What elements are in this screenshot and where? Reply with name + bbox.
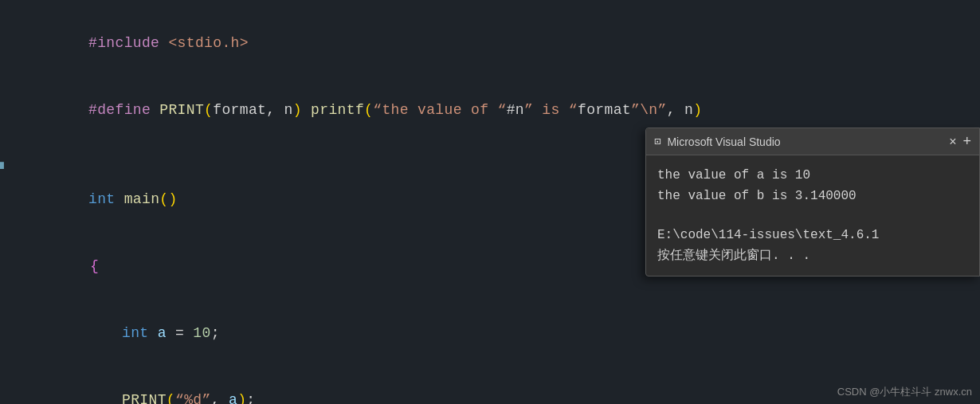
preprocessor-hash: #include (88, 35, 168, 51)
code-editor: #include <stdio.h> #define PRINT(format,… (0, 0, 980, 404)
code-line-1: #include <stdio.h> (0, 10, 980, 76)
terminal-title-bar: ⊡ Microsoft Visual Studio × + (646, 128, 979, 155)
terminal-body: the value of a is 10 the value of b is 3… (646, 155, 979, 276)
terminal-path: E:\code\114-issues\text_4.6.1 (657, 226, 968, 246)
watermark: CSDN @小牛柱斗斗 znwx.cn (837, 385, 972, 399)
fold-icon[interactable]: ∎ (0, 155, 5, 177)
terminal-popup: ⊡ Microsoft Visual Studio × + the value … (645, 127, 980, 277)
code-line-6: int a = 10; (0, 300, 980, 367)
include-header: <stdio.h> (168, 35, 248, 51)
terminal-output-line2: the value of b is 3.140000 (657, 186, 968, 206)
terminal-icon: ⊡ (654, 135, 661, 148)
terminal-add-button[interactable]: + (962, 133, 971, 150)
terminal-output-line1: the value of a is 10 (657, 165, 968, 186)
terminal-prompt: 按任意键关闭此窗口. . . (657, 246, 968, 267)
terminal-title: Microsoft Visual Studio (667, 135, 949, 148)
code-line-7: PRINT(“%d”, a); (0, 367, 980, 404)
terminal-close-button[interactable]: × (949, 135, 956, 149)
